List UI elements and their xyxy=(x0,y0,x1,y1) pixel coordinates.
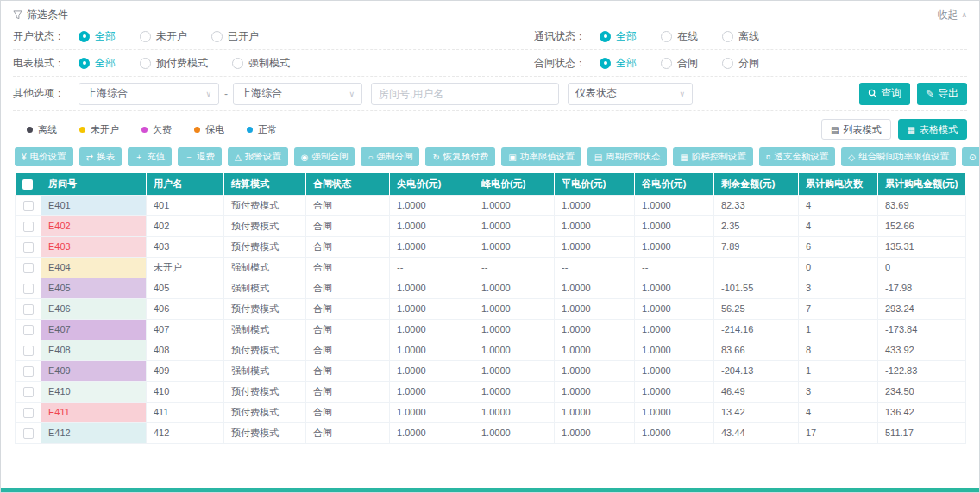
toolbar-button[interactable]: ¥电价设置 xyxy=(15,147,73,166)
radio-option[interactable]: 离线 xyxy=(722,29,759,44)
radio-option[interactable]: 已开户 xyxy=(211,29,259,44)
legend-item: 欠费 xyxy=(141,123,172,136)
price2-cell: 1.0000 xyxy=(474,381,555,402)
row-checkbox[interactable] xyxy=(23,201,34,211)
room-cell: E412 xyxy=(41,422,147,443)
toolbar-button[interactable]: ＋充值 xyxy=(128,147,172,166)
room-cell: E404 xyxy=(41,257,147,278)
balance-cell: 13.42 xyxy=(714,402,799,422)
radio-icon[interactable] xyxy=(661,58,672,69)
purchase-count-cell: 3 xyxy=(799,381,878,402)
radio-option[interactable]: 全部 xyxy=(79,56,116,71)
radio-option[interactable]: 强制模式 xyxy=(232,56,290,71)
price4-cell: 1.0000 xyxy=(635,381,714,402)
mode-cell: 预付费模式 xyxy=(224,402,306,422)
collapse-toggle[interactable]: 收起 ∧ xyxy=(937,8,967,22)
price3-cell: -- xyxy=(555,257,635,278)
toolbar-button[interactable]: ◇组合瞬间功率限值设置 xyxy=(841,147,956,166)
toolbar-button[interactable]: △报警设置 xyxy=(228,147,288,166)
purchase-count-cell: 17 xyxy=(799,422,878,443)
filter-group-label: 开户状态： xyxy=(13,29,65,44)
radio-icon[interactable] xyxy=(722,58,733,69)
price3-cell: 1.0000 xyxy=(555,402,635,422)
community-select[interactable]: 上海综合 ∨ xyxy=(79,83,219,105)
balance-cell: 82.33 xyxy=(714,195,799,215)
row-checkbox[interactable] xyxy=(23,242,34,253)
price2-cell: 1.0000 xyxy=(474,215,555,236)
radio-icon[interactable] xyxy=(79,58,90,69)
radio-option[interactable]: 分闸 xyxy=(722,56,759,71)
radio-option[interactable]: 预付费模式 xyxy=(140,56,208,71)
export-button-label: 导出 xyxy=(938,86,958,101)
toolbar-button[interactable]: ▤周期控制状态 xyxy=(587,147,667,166)
purchase-count-cell: 4 xyxy=(799,195,878,215)
row-checkbox[interactable] xyxy=(23,284,34,294)
radio-icon[interactable] xyxy=(232,58,243,69)
radio-option-label: 全部 xyxy=(616,29,637,44)
radio-icon[interactable] xyxy=(722,31,733,42)
toolbar-button[interactable]: ¤透支金额设置 xyxy=(759,147,836,166)
query-button[interactable]: 查询 xyxy=(859,83,910,105)
grid-mode-button[interactable]: ▦ 表格模式 xyxy=(898,119,967,140)
table-row: E403403预付费模式合闸1.00001.00001.00001.00007.… xyxy=(16,236,966,257)
row-checkbox[interactable] xyxy=(23,408,34,418)
radio-icon[interactable] xyxy=(140,31,151,42)
radio-option[interactable]: 全部 xyxy=(600,56,637,71)
radio-icon[interactable] xyxy=(661,31,672,42)
toolbar-button[interactable]: ▣功率限值设置 xyxy=(501,147,581,166)
user-cell: 未开户 xyxy=(147,257,224,278)
radio-option[interactable]: 未开户 xyxy=(140,29,187,44)
radio-icon[interactable] xyxy=(140,58,151,69)
radio-option[interactable]: 全部 xyxy=(79,29,116,44)
radio-icon[interactable] xyxy=(600,58,611,69)
meter-status-select[interactable]: 仪表状态 ∨ xyxy=(568,83,693,105)
row-checkbox[interactable] xyxy=(23,304,34,315)
legend-label: 保电 xyxy=(205,123,224,136)
toolbar-button[interactable]: －退费 xyxy=(178,147,222,166)
export-button[interactable]: ✎ 导出 xyxy=(917,83,967,105)
row-checkbox[interactable] xyxy=(23,428,34,439)
room-cell: E403 xyxy=(41,236,147,257)
search-icon xyxy=(868,89,877,98)
purchase-total-cell: 135.31 xyxy=(878,236,966,257)
radio-icon[interactable] xyxy=(600,31,611,42)
row-checkbox[interactable] xyxy=(23,222,34,232)
row-checkbox[interactable] xyxy=(23,325,34,335)
radio-option[interactable]: 合闸 xyxy=(661,56,698,71)
column-header: 谷电价(元) xyxy=(635,173,714,195)
gate-status-cell: 合闸 xyxy=(306,360,390,381)
list-mode-button[interactable]: ▤ 列表模式 xyxy=(821,119,890,140)
radio-icon[interactable] xyxy=(79,31,90,42)
purchase-total-cell: 511.17 xyxy=(878,422,966,443)
row-checkbox[interactable] xyxy=(23,387,34,397)
toolbar-button[interactable]: ◉强制合闸 xyxy=(294,147,355,166)
column-header: 累计购电次数 xyxy=(799,173,878,195)
price4-cell: 1.0000 xyxy=(635,236,714,257)
building-select[interactable]: 上海综合 ∨ xyxy=(233,83,362,105)
filter-panel-title: 筛选条件 xyxy=(27,8,68,22)
filter-group: 开户状态：全部未开户已开户 xyxy=(13,29,534,44)
row-checkbox[interactable] xyxy=(23,366,34,377)
column-header: 用户名 xyxy=(147,173,224,195)
toolbar-button[interactable]: ⇄换表 xyxy=(79,147,122,166)
price4-cell: 1.0000 xyxy=(635,319,714,340)
toolbar-button[interactable]: ⊙其他设置 xyxy=(962,147,980,166)
toolbar-button[interactable]: ○强制分闸 xyxy=(361,147,419,166)
radio-option[interactable]: 在线 xyxy=(661,29,698,44)
purchase-total-cell: 136.42 xyxy=(878,402,966,422)
price4-cell: -- xyxy=(635,257,714,278)
list-icon: ▤ xyxy=(831,125,839,134)
radio-icon[interactable] xyxy=(211,31,223,42)
toolbar-button[interactable]: ▦阶梯控制设置 xyxy=(673,147,752,166)
price1-cell: 1.0000 xyxy=(390,340,474,360)
legend-label: 未开户 xyxy=(91,123,119,136)
legend-dot xyxy=(194,127,200,133)
radio-option[interactable]: 全部 xyxy=(600,29,637,44)
legend-label: 欠费 xyxy=(153,123,172,136)
purchase-total-cell: 0 xyxy=(878,257,966,278)
select-all-checkbox[interactable] xyxy=(22,179,33,190)
row-checkbox[interactable] xyxy=(23,346,34,356)
toolbar-button[interactable]: ↻恢复预付费 xyxy=(425,147,495,166)
row-checkbox[interactable] xyxy=(23,263,34,273)
search-input[interactable] xyxy=(371,83,559,105)
